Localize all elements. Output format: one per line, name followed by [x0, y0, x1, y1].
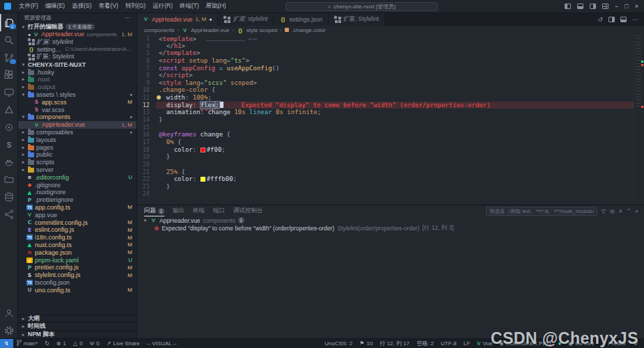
menu-item[interactable]: 运行(R) [149, 2, 176, 10]
tree-item[interactable]: ▸.nuxt [18, 76, 136, 84]
tree-item[interactable]: TSapp.config.tsM [18, 204, 136, 212]
tree-item[interactable]: Vapp.vue [18, 211, 136, 219]
customize-layout-icon[interactable] [602, 3, 608, 9]
history-icon[interactable]: ↺ [597, 16, 603, 23]
menu-item[interactable]: 转到(G) [122, 2, 149, 10]
tree-item[interactable]: ▸pages [18, 143, 136, 151]
minimize-icon[interactable]: − [615, 3, 618, 10]
test-icon[interactable] [0, 101, 18, 118]
extensions-icon[interactable] [0, 66, 18, 84]
minimap[interactable] [634, 34, 644, 205]
tab-扩展: stylelint[interactable]: 扩展: stylelint [218, 13, 274, 26]
menu-item[interactable]: 查看(V) [95, 2, 122, 10]
source-control-icon[interactable] [0, 49, 18, 66]
settings-icon[interactable] [0, 322, 18, 339]
close-panel-icon[interactable]: × [635, 208, 638, 214]
breadcrumb-item[interactable]: AppHeader.vue [191, 27, 229, 33]
filter-input[interactable] [486, 207, 597, 216]
tree-item[interactable]: TStsconfig.json [18, 279, 136, 287]
more-actions-icon[interactable]: ⋯ [125, 15, 131, 21]
tree-item[interactable]: Pprettier.config.jsM [18, 264, 136, 271]
tree-item[interactable]: ▾assets \ styles● [18, 91, 136, 99]
nav-forward-icon[interactable]: → [215, 3, 221, 10]
tree-item[interactable]: ▸.output [18, 84, 136, 91]
sync-status[interactable]: ↻ [41, 339, 53, 348]
problem-row[interactable]: ⊗ Expected "display" to come before "wid… [137, 224, 644, 232]
tree-item[interactable]: Sstylelint.config.jsM [18, 271, 136, 279]
problems-errors[interactable]: ⊗1 [53, 339, 70, 348]
git-branch[interactable]: main* [13, 339, 41, 348]
filter-icon[interactable]: ▽ [602, 208, 606, 214]
tree-item[interactable]: ▸.husky [18, 68, 136, 76]
split-editor-icon[interactable] [608, 17, 615, 22]
layout-icon[interactable] [620, 17, 627, 22]
tree-item[interactable]: Svar.scss [18, 106, 136, 113]
tree-item[interactable]: ▾components● [18, 113, 136, 121]
tree-item[interactable]: Sapp.scssM [18, 98, 136, 106]
sftp-icon[interactable]: S [0, 136, 18, 153]
tree-item[interactable]: ▸server [18, 166, 136, 174]
tree-item[interactable]: P.prettierignore [18, 196, 136, 204]
fold-dots-icon[interactable]: ⋯⋯ [248, 35, 258, 42]
menu-item[interactable]: 选择(S) [68, 2, 95, 10]
maximize-panel-icon[interactable]: ⌃ [627, 208, 631, 214]
tree-item[interactable]: TSi18n.config.tsM [18, 234, 136, 242]
panel-tab-调试控制台[interactable]: 调试控制台 [233, 205, 263, 216]
nav-back-icon[interactable]: ← [204, 3, 210, 10]
tree-item[interactable]: Uuno.config.tsM [18, 286, 136, 294]
vim-mode[interactable]: -- VISUAL -- [143, 339, 180, 348]
problem-file-row[interactable]: ▾ V AppHeader.vue components 1 [137, 216, 644, 224]
open-editor-item[interactable]: 扩展: stylelint [18, 38, 136, 46]
indentation[interactable]: 空格: 2 [413, 339, 437, 348]
flag-count[interactable]: ⚑10 [356, 339, 376, 348]
green-status[interactable]: ● [554, 339, 565, 348]
close-icon[interactable]: × [635, 3, 638, 10]
database-icon[interactable] [0, 188, 18, 205]
tree-item[interactable]: ppnpm-lock.yamlU [18, 256, 136, 264]
explorer-icon[interactable]: 1 [0, 14, 18, 31]
open-editors-header[interactable]: ▾ 打开的编辑器 1 个未保存 [18, 23, 136, 31]
forwarded-ports[interactable]: Ψ0 [86, 339, 103, 348]
debug-icon[interactable] [0, 118, 18, 136]
codegeex[interactable]: ◈CODEGEEX PRO [496, 339, 554, 348]
tab-settings.json[interactable]: {}settings.json [274, 13, 328, 26]
eol[interactable]: LF [460, 339, 473, 348]
tree-item[interactable]: ▸scripts [18, 159, 136, 166]
go-live[interactable]: ◉Go Live [565, 339, 598, 348]
breadcrumb-item[interactable]: .change-color [292, 27, 325, 33]
menu-item[interactable]: 终端(T) [176, 2, 203, 10]
account-icon[interactable] [0, 304, 18, 322]
tree-item[interactable]: ▸public [18, 151, 136, 159]
code-editor[interactable]: 1<template>⋯⋯4 </h1>5</template>6<script… [137, 34, 644, 205]
tree-item[interactable]: e.editorconfigU [18, 173, 136, 181]
live-share[interactable]: ↗Live Share [103, 339, 143, 348]
tree-item[interactable]: ▲.nuxtignore [18, 189, 136, 196]
prettier[interactable]: ✓Prettier [598, 339, 630, 348]
color-swatch[interactable] [201, 177, 205, 182]
remote-indicator[interactable]: ↯ [0, 339, 13, 348]
search-icon[interactable] [0, 31, 18, 49]
menu-item[interactable]: 文件(F) [15, 2, 42, 10]
unocss-status[interactable]: UnoCSS: 2 [321, 339, 356, 348]
panel-tab-端口[interactable]: 端口 [213, 205, 225, 216]
tree-item[interactable]: ▸composables● [18, 129, 136, 136]
project-root-header[interactable]: ▾ CHENYX-SITE-NUXT [18, 61, 136, 68]
panel-tab-问题[interactable]: 问题1 [144, 205, 164, 216]
toggle-secondary-sidebar-icon[interactable] [590, 3, 596, 9]
tree-item[interactable]: npackage.jsonM [18, 248, 136, 256]
toggle-panel-icon[interactable] [577, 3, 583, 9]
cursor-position[interactable]: 行 12, 列 17 [376, 339, 413, 348]
clear-filter-icon[interactable]: ◎ [610, 208, 615, 214]
tab-扩展: Stylelint[interactable]: 扩展: Stylelint [329, 13, 386, 26]
toggle-sidebar-icon[interactable] [565, 3, 571, 9]
command-center-search[interactable]: ⌕ chenyx-site-nuxt [管理员] [285, 2, 438, 11]
maximize-icon[interactable]: □ [625, 3, 628, 10]
remote-explorer-icon[interactable] [0, 84, 18, 101]
problems-warnings[interactable]: △0 [70, 339, 86, 348]
more-actions-icon[interactable]: ⋯ [632, 16, 638, 23]
tree-item[interactable]: ◆.gitignore [18, 181, 136, 189]
breadcrumb-item[interactable]: style scoped [246, 27, 277, 33]
view-as-table-icon[interactable]: ≡ [619, 208, 622, 214]
menu-item[interactable]: 编辑(E) [42, 2, 68, 10]
tree-item[interactable]: Eeslint.config.jsM [18, 226, 136, 234]
